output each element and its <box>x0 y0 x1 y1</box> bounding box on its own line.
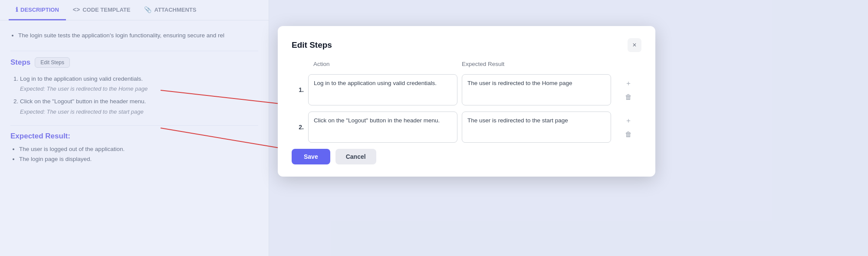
step-1-delete-button[interactable]: 🗑 <box>624 92 633 102</box>
step-2-expected-input[interactable] <box>462 112 611 143</box>
step-1-actions: ＋ 🗑 <box>615 78 641 102</box>
save-button[interactable]: Save <box>292 149 330 164</box>
edit-steps-modal: Edit Steps × Action Expected Result 1. ＋… <box>278 26 655 177</box>
step-2-add-button[interactable]: ＋ <box>624 115 633 126</box>
step-2-number: 2. <box>292 124 304 131</box>
step-1-add-button[interactable]: ＋ <box>624 78 633 89</box>
modal-column-headers: Action Expected Result <box>292 61 641 72</box>
step-1-action-input[interactable] <box>308 74 457 105</box>
step-2-actions: ＋ 🗑 <box>615 115 641 139</box>
cancel-button[interactable]: Cancel <box>335 149 376 164</box>
step-1-number: 1. <box>292 86 304 93</box>
modal-close-button[interactable]: × <box>628 38 641 52</box>
modal-header: Edit Steps × <box>292 38 641 52</box>
modal-title: Edit Steps <box>292 40 332 50</box>
modal-step-row-1: 1. ＋ 🗑 <box>292 74 641 105</box>
step-2-delete-button[interactable]: 🗑 <box>624 130 633 139</box>
step-2-action-input[interactable] <box>308 112 457 143</box>
modal-step-row-2: 2. ＋ 🗑 <box>292 112 641 143</box>
expected-column-header: Expected Result <box>462 61 611 72</box>
modal-footer: Save Cancel <box>292 149 641 164</box>
action-column-header: Action <box>308 61 457 72</box>
step-1-expected-input[interactable] <box>462 74 611 105</box>
